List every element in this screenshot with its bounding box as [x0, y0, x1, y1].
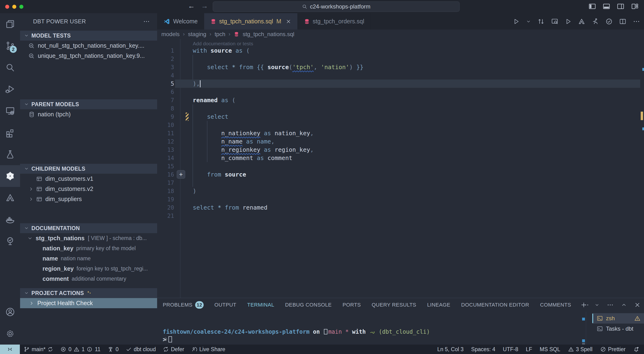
activity-bar-item-dbt[interactable] — [0, 165, 20, 187]
status-notifications[interactable] — [633, 346, 639, 352]
breadcrumb-item-tpch[interactable]: tpch — [214, 31, 225, 37]
panel-tab-lineage[interactable]: LINEAGE — [427, 302, 450, 308]
breadcrumb-item-models[interactable]: models — [161, 31, 180, 37]
breadcrumb-file[interactable]: stg_tpch_nations.sql — [242, 31, 294, 37]
code-line[interactable]: 20select * from renamed — [157, 203, 644, 212]
section-header-documentation[interactable]: DOCUMENTATION — [20, 223, 157, 233]
breadcrumb[interactable]: models›staging›tpch›stg_tpch_nations.sql — [157, 29, 644, 39]
section-header-model-tests[interactable]: MODEL TESTS — [20, 31, 157, 40]
add-line-action-button[interactable]: + — [177, 170, 185, 179]
section-header-parent-models[interactable]: PARENT MODELS — [20, 99, 157, 109]
code-line[interactable]: 2 — [157, 55, 644, 63]
check-circle-icon[interactable] — [605, 18, 613, 25]
command-center[interactable]: c24-workshops-platform — [213, 1, 460, 12]
maximize-panel[interactable] — [621, 302, 627, 308]
status-encoding[interactable]: UTF-8 — [503, 346, 518, 353]
layout-panel-toggle[interactable] — [602, 2, 610, 10]
section-header-children-models[interactable]: CHILDREN MODELS — [20, 164, 157, 174]
section-header-project-actions[interactable]: PROJECT ACTIONS — [20, 288, 157, 298]
preview-icon[interactable] — [551, 18, 558, 25]
remote-indicator[interactable] — [0, 345, 20, 354]
status-live-share[interactable]: Live Share — [191, 346, 226, 353]
code-line[interactable]: 4 — [157, 71, 644, 79]
sidebar-row-comment[interactable]: commentadditional commentary — [20, 274, 157, 284]
code-line[interactable]: 9 select — [157, 113, 644, 121]
activity-bar-item-altimate[interactable] — [0, 187, 20, 209]
terminal-prompt[interactable]: > — [163, 336, 430, 344]
layout-sidebar-right-toggle[interactable] — [616, 2, 625, 10]
play-icon[interactable] — [564, 18, 572, 25]
activity-bar-item-run-debug[interactable] — [0, 78, 20, 100]
activity-bar-item-tree-check[interactable] — [0, 230, 20, 252]
terminal-view[interactable]: fishtown/coalesce-24/c24-workshops-platf… — [157, 312, 586, 345]
tab-stg_tpch_orders-sql[interactable]: stg_tpch_orders.sql — [298, 13, 371, 29]
code-line[interactable]: 6 — [157, 88, 644, 96]
status-prettier[interactable]: Prettier — [600, 346, 626, 353]
new-terminal[interactable] — [580, 301, 587, 309]
command-decoration-icon[interactable] — [164, 338, 167, 341]
code-line[interactable]: 5), — [157, 79, 644, 88]
sidebar-row-name[interactable]: namenation name — [20, 254, 157, 264]
sidebar-row-not_null_stg_tpch_nations_nation_key....[interactable]: not_null_stg_tpch_nations_nation_key.... — [20, 40, 157, 51]
code-line[interactable]: 19 — [157, 195, 644, 203]
panel-tab-output[interactable]: OUTPUT — [214, 302, 236, 308]
activity-bar-item-settings-gear[interactable] — [0, 323, 20, 345]
activity-bar-item-files[interactable] — [0, 13, 20, 35]
code-editor[interactable]: Add documentation or tests + 1with sourc… — [157, 39, 644, 298]
sidebar-row-nation_key[interactable]: nation_keyprimary key of the model — [20, 243, 157, 254]
traffic-lights[interactable] — [5, 5, 24, 9]
code-line[interactable]: 1with source as ( — [157, 46, 644, 55]
split-editor-icon[interactable] — [619, 18, 626, 25]
sidebar-row-region_key[interactable]: region_keyforeign key to stg_tpch_regi..… — [20, 264, 157, 274]
activity-bar-item-account[interactable] — [0, 301, 20, 323]
terminal-session-tasks-dbt[interactable]: Tasks - dbt — [592, 324, 644, 334]
sidebar-row-nation[interactable]: nation (tpch) — [20, 109, 157, 119]
chevron-down-icon[interactable] — [526, 19, 531, 24]
close-panel[interactable] — [634, 302, 641, 308]
code-line[interactable]: 10 — [157, 121, 644, 129]
status-cursor-position[interactable]: Ln 5, Col 3 — [437, 346, 464, 353]
activity-bar-item-extensions[interactable] — [0, 122, 20, 143]
zoom-window-icon[interactable] — [19, 5, 24, 9]
panel-tab-ports[interactable]: PORTS — [342, 302, 361, 308]
panel-tab-terminal[interactable]: TERMINAL — [247, 302, 274, 308]
code-line[interactable]: 13 n_regionkey as region_key, — [157, 146, 644, 154]
code-line[interactable]: 14 n_comment as comment — [157, 154, 644, 162]
status-branch[interactable]: main* — [24, 346, 53, 353]
panel-tab-debug-console[interactable]: DEBUG CONSOLE — [285, 302, 332, 308]
overview-ruler[interactable] — [641, 39, 644, 298]
panel-tab-problems[interactable]: PROBLEMS12 — [163, 301, 204, 309]
code-line[interactable]: 3 select * from {{ source('tpch', 'natio… — [157, 63, 644, 71]
status-indentation[interactable]: Spaces: 4 — [471, 346, 495, 353]
status-dbt-cloud[interactable]: dbt cloud — [126, 346, 156, 353]
code-line[interactable]: 7renamed as ( — [157, 96, 644, 104]
code-line[interactable]: 17 — [157, 179, 644, 187]
sidebar-row-dim_suppliers[interactable]: dim_suppliers — [20, 194, 157, 204]
terminal-session-zsh[interactable]: zsh — [592, 313, 644, 324]
sidebar-row-dim_customers.v1[interactable]: dim_customers.v1 — [20, 174, 157, 184]
close-tab-icon[interactable] — [286, 19, 291, 24]
activity-bar-item-source-control[interactable]: 2 — [0, 35, 20, 57]
more-actions-icon[interactable] — [633, 18, 640, 25]
activity-bar-item-flask[interactable] — [0, 143, 20, 165]
code-line[interactable]: 12 n_name as name, — [157, 137, 644, 146]
status-language-mode[interactable]: MS SQL — [540, 346, 560, 353]
activity-bar-item-remote-explorer[interactable] — [0, 100, 20, 122]
code-line[interactable]: 15 — [157, 162, 644, 170]
status-defer[interactable]: Defer — [163, 346, 184, 353]
code-line[interactable]: 8 — [157, 104, 644, 113]
panel-tab-documentation-editor[interactable]: DOCUMENTATION EDITOR — [461, 302, 529, 308]
activity-bar-item-docker[interactable] — [0, 209, 20, 230]
panel-more-actions[interactable] — [607, 301, 614, 309]
layout-sidebar-left-toggle[interactable] — [588, 2, 596, 10]
run-query-icon[interactable] — [513, 18, 520, 25]
breadcrumb-item-staging[interactable]: staging — [188, 31, 206, 37]
compare-icon[interactable] — [537, 18, 545, 25]
panel-tab-comments[interactable]: COMMENTS — [540, 302, 571, 308]
altimate-icon[interactable] — [578, 18, 586, 25]
sidebar-row-stg_tpch_nations[interactable]: stg_tpch_nations[ VIEW ] - schema : db..… — [20, 233, 157, 243]
code-line[interactable]: 11 n_nationkey as nation_key, — [157, 129, 644, 137]
navigate-back-icon[interactable]: ← — [188, 2, 195, 10]
sidebar-row-project[interactable]: Project Health Check — [20, 298, 157, 308]
sidebar-more-actions-icon[interactable] — [143, 18, 150, 25]
